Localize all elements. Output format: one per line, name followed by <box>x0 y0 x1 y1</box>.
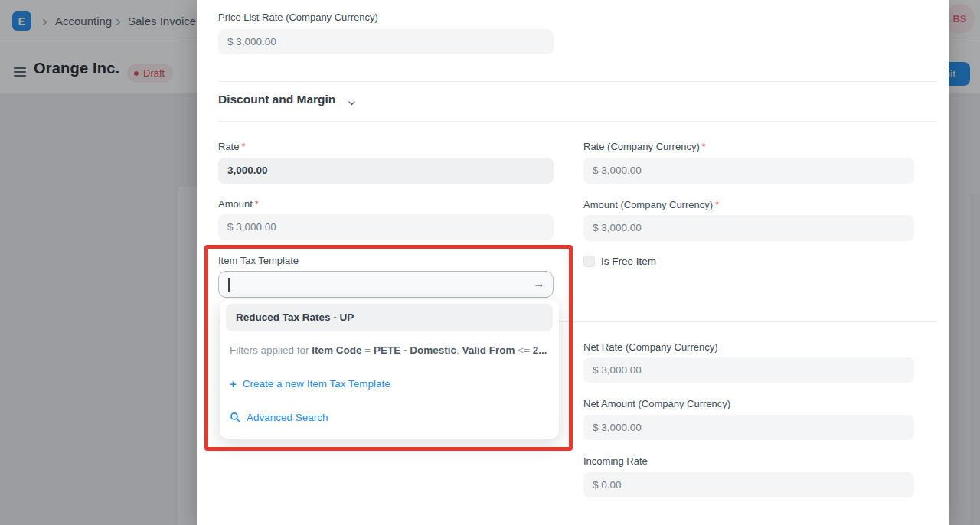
chevron-down-icon[interactable] <box>347 97 357 111</box>
annotation-box <box>204 245 573 451</box>
price-list-rate-field[interactable]: $ 3,000.00 <box>218 29 554 54</box>
section-divider <box>218 121 937 122</box>
rate-label: Rate* <box>218 141 246 153</box>
rate-company-currency-field[interactable]: $ 3,000.00 <box>583 158 914 184</box>
app-window: E › Accounting › Sales Invoice BS Orange… <box>0 0 980 525</box>
required-marker: * <box>255 198 259 210</box>
amount-field[interactable]: $ 3,000.00 <box>218 214 554 240</box>
net-rate-company-currency-field[interactable]: $ 3,000.00 <box>583 357 914 383</box>
amount-label: Amount* <box>218 198 259 210</box>
is-free-item-label: Is Free Item <box>601 256 656 268</box>
net-rate-company-currency-label: Net Rate (Company Currency) <box>583 341 718 354</box>
net-amount-company-currency-field[interactable]: $ 3,000.00 <box>583 415 914 440</box>
net-amount-company-currency-label: Net Amount (Company Currency) <box>583 398 730 410</box>
price-list-rate-label: Price List Rate (Company Currency) <box>218 11 378 24</box>
section-divider <box>218 81 937 82</box>
is-free-item-checkbox[interactable] <box>583 256 595 267</box>
incoming-rate-field[interactable]: $ 0.00 <box>583 472 914 497</box>
section-title[interactable]: Discount and Margin <box>218 93 335 106</box>
incoming-rate-label: Incoming Rate <box>583 455 648 468</box>
amount-company-currency-field[interactable]: $ 3,000.00 <box>583 215 914 241</box>
amount-company-currency-label: Amount (Company Currency)* <box>583 199 719 211</box>
required-marker: * <box>702 141 706 152</box>
required-marker: * <box>715 199 719 210</box>
required-marker: * <box>241 141 245 152</box>
rate-company-currency-label: Rate (Company Currency)* <box>583 141 706 153</box>
rate-field[interactable]: 3,000.00 <box>218 158 554 184</box>
